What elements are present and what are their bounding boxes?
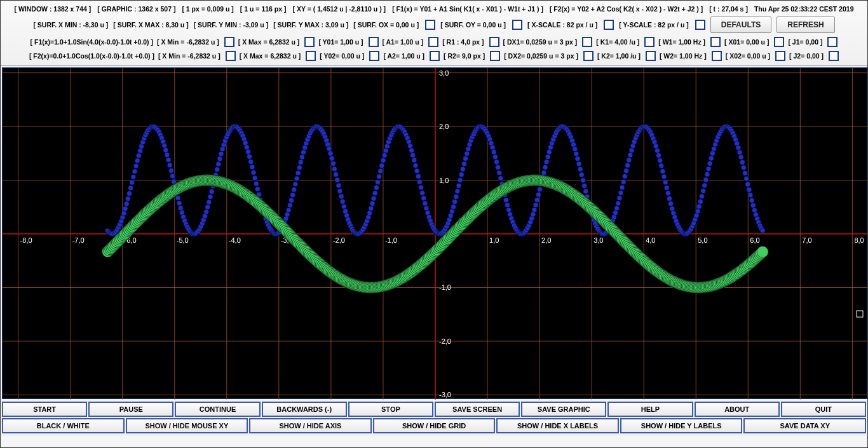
svg-point-183 (287, 203, 292, 208)
f2-k2-checkbox[interactable] (646, 51, 656, 61)
info-row-3-f1: [ F1(x)=1.0+1.0Sin(4.0(x-0.0)-1.0t +0.0)… (6, 35, 862, 49)
svg-point-485 (695, 208, 700, 214)
svg-text:1,0: 1,0 (489, 236, 499, 244)
save-data-xy-button[interactable]: SAVE DATA XY (743, 418, 866, 433)
graphic-info: [ GRAPHIC : 1362 x 507 ] (97, 5, 175, 13)
svg-point-159 (255, 187, 260, 192)
svg-point-151 (244, 145, 249, 150)
ox-checkbox[interactable] (425, 20, 435, 30)
yscale-checkbox[interactable] (695, 20, 705, 30)
svg-point-517 (738, 154, 743, 160)
svg-point-492 (705, 172, 710, 177)
bottom-panel: START PAUSE CONTINUE BACKWARDS (-) STOP … (1, 400, 867, 436)
f1-a1-checkbox[interactable] (428, 37, 438, 47)
svg-point-101 (177, 201, 182, 206)
svg-point-399 (579, 172, 584, 177)
svg-point-533 (760, 228, 765, 233)
svg-point-487 (698, 199, 703, 204)
f1-x01-checkbox[interactable] (774, 37, 784, 47)
svg-point-63 (125, 196, 130, 201)
svg-point-130 (216, 161, 221, 166)
svg-point-72 (137, 148, 142, 153)
svg-point-244 (370, 201, 375, 206)
svg-point-275 (412, 158, 417, 163)
f2-xmin-checkbox[interactable] (226, 51, 236, 61)
backwards-button[interactable]: BACKWARDS (-) (262, 402, 347, 417)
svg-point-189 (295, 170, 301, 175)
f1-expr: [ F1(x)=1.0+1.0Sin(4.0(x-0.0)-1.0t +0.0)… (31, 38, 153, 46)
svg-point-93 (166, 158, 171, 163)
f1-r1-checkbox[interactable] (489, 37, 499, 47)
svg-text:3,0: 3,0 (593, 236, 603, 244)
u-px-info: [ 1 u = 116 px ] (240, 5, 287, 13)
save-graphic-button[interactable]: SAVE GRAPHIC (521, 402, 606, 417)
f2-xmax-checkbox[interactable] (306, 51, 316, 61)
f2-x02-checkbox[interactable] (775, 51, 785, 61)
f1-w1: [ W1= 1,00 Hz ] (658, 38, 705, 46)
window-info: [ WINDOW : 1382 x 744 ] (15, 5, 92, 13)
svg-point-394 (573, 147, 578, 152)
svg-point-61 (123, 206, 128, 211)
svg-text:-5,0: -5,0 (177, 236, 189, 244)
f1-k1-checkbox[interactable] (644, 37, 654, 47)
svg-point-96 (170, 173, 175, 179)
help-button[interactable]: HELP (607, 402, 693, 417)
svg-point-515 (736, 145, 741, 150)
f2-w2-checkbox[interactable] (712, 51, 722, 61)
start-button[interactable]: START (2, 402, 87, 417)
xscale-checkbox[interactable] (604, 20, 614, 30)
show-hide-axis-button[interactable]: SHOW / HIDE AXIS (249, 418, 372, 433)
show-hide-grid-button[interactable]: SHOW / HIDE GRID (373, 418, 496, 433)
oy-checkbox[interactable] (512, 20, 522, 30)
surf-xmax: [ SURF. X MAX : 8,30 u ] (113, 21, 188, 29)
pause-button[interactable]: PAUSE (88, 402, 173, 417)
continue-button[interactable]: CONTINUE (175, 402, 260, 417)
svg-point-496 (710, 151, 715, 156)
show-hide-xlabels-button[interactable]: SHOW / HIDE X LABELS (496, 418, 619, 433)
chart-area[interactable]: -8,0-7,0-6,0-5,0-4,0-3,0-2,0-1,01,02,03,… (2, 67, 867, 399)
f1-j1-checkbox[interactable] (827, 37, 837, 47)
f1-x01: [ X01= 0,00 u ] (724, 38, 769, 46)
f1-dx1-checkbox[interactable] (582, 37, 592, 47)
svg-text:2,0: 2,0 (439, 123, 449, 130)
quit-button[interactable]: QUIT (781, 402, 866, 417)
stop-button[interactable]: STOP (348, 402, 433, 417)
svg-point-344 (505, 203, 510, 208)
f1-y01-checkbox[interactable] (369, 37, 379, 47)
f1-xmax-checkbox[interactable] (304, 37, 315, 47)
svg-text:1,0: 1,0 (439, 177, 449, 184)
f2-j2-checkbox[interactable] (829, 51, 839, 61)
svg-point-125 (209, 189, 214, 194)
svg-point-434 (627, 158, 632, 163)
show-hide-ylabels-button[interactable]: SHOW / HIDE Y LABELS (620, 418, 743, 433)
defaults-button[interactable]: DEFAULTS (710, 17, 771, 33)
save-screen-button[interactable]: SAVE SCREEN (435, 402, 520, 417)
svg-point-456 (656, 153, 661, 158)
about-button[interactable]: ABOUT (695, 402, 780, 417)
svg-point-343 (503, 198, 508, 203)
show-hide-mouse-button[interactable]: SHOW / HIDE MOUSE XY (126, 418, 248, 433)
svg-point-309 (458, 178, 463, 183)
f2-r2-checkbox[interactable] (490, 51, 500, 61)
svg-point-185 (290, 193, 295, 198)
svg-point-223 (341, 204, 346, 209)
f2-y02-checkbox[interactable] (369, 51, 379, 61)
svg-text:2,0: 2,0 (541, 236, 551, 244)
f2-a2-checkbox[interactable] (430, 51, 440, 61)
surf-xmin: [ SURF. X MIN : -8,30 u ] (33, 21, 108, 29)
black-white-button[interactable]: BLACK / WHITE (2, 418, 125, 433)
f2-dx2-checkbox[interactable] (583, 51, 593, 61)
svg-point-129 (215, 167, 220, 172)
f1-w1-checkbox[interactable] (710, 37, 721, 47)
svg-text:-2,0: -2,0 (439, 337, 451, 345)
svg-point-338 (497, 170, 502, 175)
svg-point-65 (128, 186, 133, 191)
svg-point-459 (660, 168, 665, 173)
svg-point-252 (381, 158, 386, 163)
svg-point-375 (546, 149, 552, 154)
svg-point-365 (533, 203, 538, 208)
f1-xmin-checkbox[interactable] (224, 37, 234, 47)
refresh-button[interactable]: REFRESH (776, 17, 834, 33)
f2-expr: [ F2(x)=0.0+1.0Cos(1.0(x-0.0)-1.0t +0.0)… (29, 52, 154, 60)
svg-point-123 (207, 200, 212, 205)
